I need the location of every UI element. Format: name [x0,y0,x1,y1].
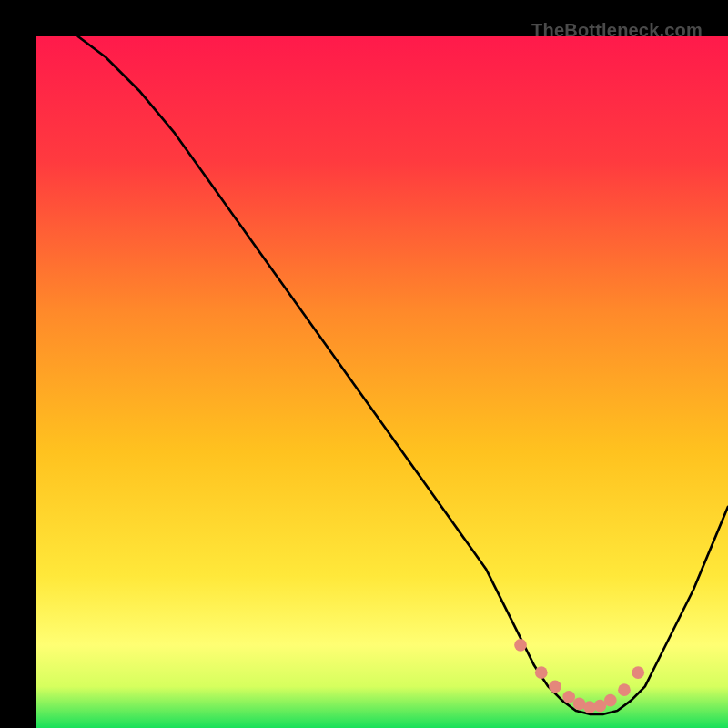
valley-dot [549,681,561,693]
watermark-text: TheBottleneck.com [531,20,703,41]
bottleneck-curve-svg [36,36,728,728]
valley-dot [632,666,644,679]
valley-dot [562,691,575,703]
valley-dots [514,639,644,713]
valley-dot [535,666,548,679]
plot-area [36,36,728,728]
bottleneck-curve [78,36,728,714]
valley-dot [514,639,527,652]
valley-dot [604,694,617,707]
valley-dot [618,683,631,696]
chart-frame: TheBottleneck.com [18,18,710,710]
